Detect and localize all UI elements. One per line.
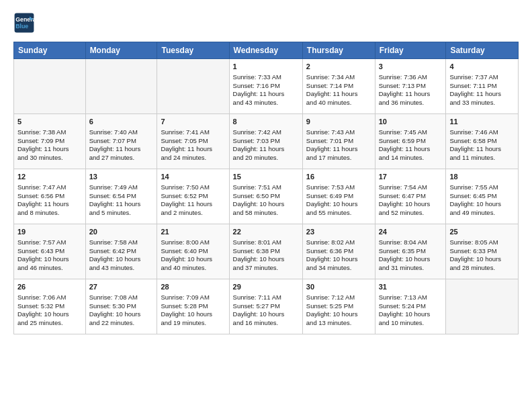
day-info: Sunrise: 7:38 AM Sunset: 7:09 PM Dayligh… [17, 128, 82, 163]
day-number: 6 [89, 117, 154, 127]
week-row-5: 26Sunrise: 7:06 AM Sunset: 5:32 PM Dayli… [14, 279, 519, 334]
day-info: Sunrise: 7:08 AM Sunset: 5:30 PM Dayligh… [89, 293, 154, 328]
calendar-table: SundayMondayTuesdayWednesdayThursdayFrid… [13, 42, 519, 334]
day-number: 16 [306, 172, 371, 182]
day-number: 13 [89, 172, 154, 182]
day-info: Sunrise: 8:02 AM Sunset: 6:36 PM Dayligh… [306, 238, 371, 273]
day-info: Sunrise: 7:37 AM Sunset: 7:11 PM Dayligh… [449, 73, 515, 107]
day-info: Sunrise: 7:49 AM Sunset: 6:54 PM Dayligh… [89, 183, 154, 218]
calendar-cell: 11Sunrise: 7:46 AM Sunset: 6:58 PM Dayli… [446, 114, 519, 169]
day-number: 28 [161, 282, 225, 292]
day-info: Sunrise: 7:13 AM Sunset: 5:24 PM Dayligh… [379, 293, 443, 328]
logo: General Blue [13, 12, 38, 34]
day-number: 12 [17, 172, 82, 182]
day-info: Sunrise: 7:42 AM Sunset: 7:03 PM Dayligh… [233, 128, 299, 163]
day-number: 15 [233, 172, 299, 182]
day-number: 7 [161, 117, 225, 127]
day-info: Sunrise: 7:55 AM Sunset: 6:45 PM Dayligh… [449, 183, 515, 218]
weekday-header-saturday: Saturday [446, 42, 519, 59]
calendar-cell: 26Sunrise: 7:06 AM Sunset: 5:32 PM Dayli… [14, 279, 86, 334]
calendar-cell: 24Sunrise: 8:04 AM Sunset: 6:35 PM Dayli… [375, 224, 446, 279]
week-row-2: 5Sunrise: 7:38 AM Sunset: 7:09 PM Daylig… [14, 114, 519, 169]
day-info: Sunrise: 7:12 AM Sunset: 5:25 PM Dayligh… [306, 293, 371, 328]
week-row-1: 1Sunrise: 7:33 AM Sunset: 7:16 PM Daylig… [14, 59, 519, 114]
calendar-cell: 14Sunrise: 7:50 AM Sunset: 6:52 PM Dayli… [157, 169, 229, 224]
calendar-cell [14, 59, 86, 114]
week-row-4: 19Sunrise: 7:57 AM Sunset: 6:43 PM Dayli… [14, 224, 519, 279]
page: General Blue SundayMondayTuesdayWednesda… [0, 0, 532, 341]
day-number: 8 [233, 117, 299, 127]
calendar-cell: 7Sunrise: 7:41 AM Sunset: 7:05 PM Daylig… [157, 114, 229, 169]
weekday-header-tuesday: Tuesday [157, 42, 229, 59]
day-info: Sunrise: 7:53 AM Sunset: 6:49 PM Dayligh… [306, 183, 371, 218]
calendar-cell: 17Sunrise: 7:54 AM Sunset: 6:47 PM Dayli… [375, 169, 446, 224]
header: General Blue [13, 12, 519, 34]
calendar-cell: 1Sunrise: 7:33 AM Sunset: 7:16 PM Daylig… [229, 59, 302, 114]
calendar-cell: 2Sunrise: 7:34 AM Sunset: 7:14 PM Daylig… [302, 59, 375, 114]
day-number: 2 [306, 62, 371, 72]
day-number: 26 [17, 282, 82, 292]
day-info: Sunrise: 7:41 AM Sunset: 7:05 PM Dayligh… [161, 128, 225, 163]
weekday-header-friday: Friday [375, 42, 446, 59]
calendar-cell: 9Sunrise: 7:43 AM Sunset: 7:01 PM Daylig… [302, 114, 375, 169]
day-number: 23 [306, 227, 371, 237]
day-info: Sunrise: 7:34 AM Sunset: 7:14 PM Dayligh… [306, 73, 371, 107]
calendar-cell: 25Sunrise: 8:05 AM Sunset: 6:33 PM Dayli… [446, 224, 519, 279]
day-info: Sunrise: 7:58 AM Sunset: 6:42 PM Dayligh… [89, 238, 154, 273]
day-number: 5 [17, 117, 82, 127]
day-number: 24 [379, 227, 443, 237]
calendar-cell [446, 279, 519, 334]
calendar-cell [157, 59, 229, 114]
calendar-cell: 22Sunrise: 8:01 AM Sunset: 6:38 PM Dayli… [229, 224, 302, 279]
calendar-cell: 19Sunrise: 7:57 AM Sunset: 6:43 PM Dayli… [14, 224, 86, 279]
day-number: 4 [449, 62, 515, 72]
day-info: Sunrise: 7:57 AM Sunset: 6:43 PM Dayligh… [17, 238, 82, 273]
day-info: Sunrise: 7:33 AM Sunset: 7:16 PM Dayligh… [233, 73, 299, 107]
calendar-cell: 18Sunrise: 7:55 AM Sunset: 6:45 PM Dayli… [446, 169, 519, 224]
day-number: 19 [17, 227, 82, 237]
calendar-cell: 31Sunrise: 7:13 AM Sunset: 5:24 PM Dayli… [375, 279, 446, 334]
day-info: Sunrise: 8:01 AM Sunset: 6:38 PM Dayligh… [233, 238, 299, 273]
calendar-cell: 6Sunrise: 7:40 AM Sunset: 7:07 PM Daylig… [85, 114, 157, 169]
day-number: 20 [89, 227, 154, 237]
day-info: Sunrise: 7:46 AM Sunset: 6:58 PM Dayligh… [449, 128, 515, 163]
day-info: Sunrise: 7:06 AM Sunset: 5:32 PM Dayligh… [17, 293, 82, 328]
calendar-cell: 8Sunrise: 7:42 AM Sunset: 7:03 PM Daylig… [229, 114, 302, 169]
day-info: Sunrise: 7:11 AM Sunset: 5:27 PM Dayligh… [233, 293, 299, 328]
day-number: 14 [161, 172, 225, 182]
day-info: Sunrise: 8:05 AM Sunset: 6:33 PM Dayligh… [449, 238, 515, 273]
day-number: 11 [449, 117, 515, 127]
day-info: Sunrise: 7:50 AM Sunset: 6:52 PM Dayligh… [161, 183, 225, 218]
day-number: 21 [161, 227, 225, 237]
calendar-cell [85, 59, 157, 114]
day-number: 10 [379, 117, 443, 127]
day-info: Sunrise: 7:54 AM Sunset: 6:47 PM Dayligh… [379, 183, 443, 218]
day-number: 31 [379, 282, 443, 292]
day-info: Sunrise: 8:04 AM Sunset: 6:35 PM Dayligh… [379, 238, 443, 273]
week-row-3: 12Sunrise: 7:47 AM Sunset: 6:56 PM Dayli… [14, 169, 519, 224]
calendar-cell: 13Sunrise: 7:49 AM Sunset: 6:54 PM Dayli… [85, 169, 157, 224]
calendar-cell: 3Sunrise: 7:36 AM Sunset: 7:13 PM Daylig… [375, 59, 446, 114]
calendar-cell: 12Sunrise: 7:47 AM Sunset: 6:56 PM Dayli… [14, 169, 86, 224]
calendar-cell: 10Sunrise: 7:45 AM Sunset: 6:59 PM Dayli… [375, 114, 446, 169]
day-number: 25 [449, 227, 515, 237]
svg-text:Blue: Blue [15, 23, 28, 30]
day-number: 27 [89, 282, 154, 292]
calendar-cell: 16Sunrise: 7:53 AM Sunset: 6:49 PM Dayli… [302, 169, 375, 224]
weekday-header-wednesday: Wednesday [229, 42, 302, 59]
calendar-cell: 5Sunrise: 7:38 AM Sunset: 7:09 PM Daylig… [14, 114, 86, 169]
day-number: 18 [449, 172, 515, 182]
day-info: Sunrise: 7:40 AM Sunset: 7:07 PM Dayligh… [89, 128, 154, 163]
logo-icon: General Blue [13, 12, 35, 34]
day-number: 3 [379, 62, 443, 72]
calendar-cell: 23Sunrise: 8:02 AM Sunset: 6:36 PM Dayli… [302, 224, 375, 279]
calendar-cell: 4Sunrise: 7:37 AM Sunset: 7:11 PM Daylig… [446, 59, 519, 114]
day-number: 17 [379, 172, 443, 182]
day-number: 22 [233, 227, 299, 237]
calendar-cell: 28Sunrise: 7:09 AM Sunset: 5:28 PM Dayli… [157, 279, 229, 334]
weekday-header-row: SundayMondayTuesdayWednesdayThursdayFrid… [14, 42, 519, 59]
day-info: Sunrise: 8:00 AM Sunset: 6:40 PM Dayligh… [161, 238, 225, 273]
calendar-cell: 29Sunrise: 7:11 AM Sunset: 5:27 PM Dayli… [229, 279, 302, 334]
day-number: 30 [306, 282, 371, 292]
calendar-cell: 15Sunrise: 7:51 AM Sunset: 6:50 PM Dayli… [229, 169, 302, 224]
